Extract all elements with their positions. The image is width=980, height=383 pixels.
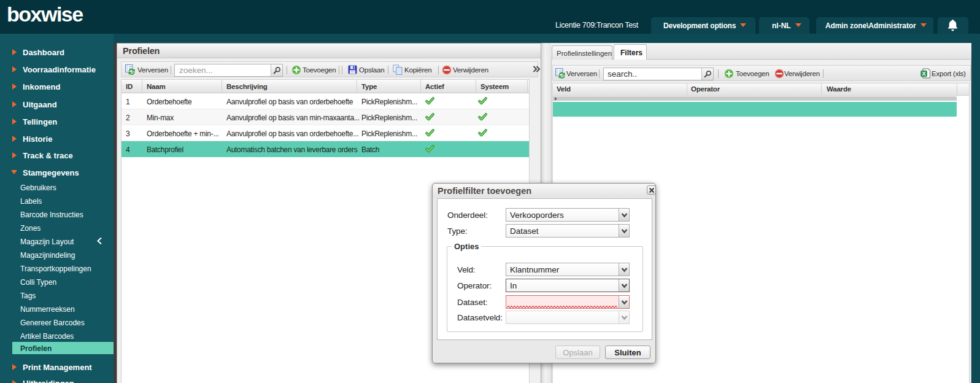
- svg-text:X: X: [922, 71, 926, 77]
